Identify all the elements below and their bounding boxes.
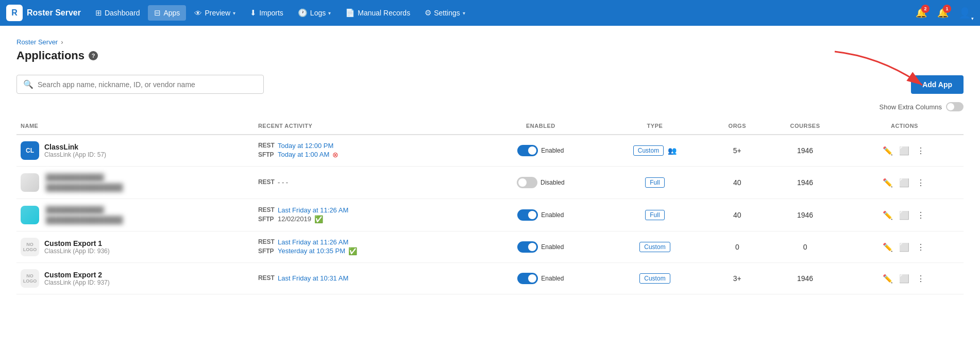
enabled-cell: Enabled (485, 145, 596, 156)
enabled-label: Enabled (541, 147, 564, 154)
copy-button[interactable]: ⬜ (897, 175, 911, 190)
app-name-cell: ████████████ ████████████████ (21, 205, 250, 225)
activity-row: SFTP 12/02/2019 ✅ (258, 215, 477, 223)
activity-label: REST (258, 206, 275, 213)
app-name-text: ClassLink ClassLink (App ID: 57) (44, 143, 106, 158)
type-cell: Custom (604, 242, 706, 252)
show-extra-columns-toggle[interactable] (946, 102, 964, 111)
app-logo[interactable]: R Roster Server (6, 5, 81, 21)
copy-button[interactable]: ⬜ (897, 271, 911, 286)
edit-button[interactable]: ✏️ (881, 175, 895, 190)
user-menu-button[interactable]: 👤 ▾ (955, 4, 974, 22)
nav-item-settings[interactable]: ⚙ Settings ▾ (418, 5, 471, 21)
edit-button[interactable]: ✏️ (881, 271, 895, 286)
col-name: NAME (16, 118, 254, 135)
nav-item-preview[interactable]: 👁 Preview ▾ (188, 6, 242, 21)
more-button[interactable]: ⋮ (914, 175, 928, 190)
nav-label-settings: Settings (434, 9, 460, 17)
edit-button[interactable]: ✏️ (881, 208, 895, 222)
org-type-icon: 👥 (668, 146, 677, 155)
copy-button[interactable]: ⬜ (897, 208, 911, 222)
enabled-cell: Enabled (485, 241, 596, 253)
table-header: NAME RECENT ACTIVITY ENABLED TYPE ORGS C… (16, 118, 964, 135)
settings-chevron-icon: ▾ (463, 10, 465, 16)
apps-icon: ⊟ (154, 8, 161, 18)
app-name-text: ████████████ ████████████████ (44, 173, 124, 192)
recent-activity: REST Today at 12:00 PM SFTP Today at 1:0… (258, 142, 477, 159)
search-input[interactable] (38, 80, 257, 89)
more-button[interactable]: ⋮ (914, 271, 928, 286)
recent-activity: REST - - - (258, 178, 477, 186)
table-row: ████████████ ████████████████ REST Last … (16, 199, 964, 232)
alerts-button[interactable]: 🔔 2 (912, 4, 931, 22)
breadcrumb-parent[interactable]: Roster Server (16, 38, 58, 46)
activity-row: REST - - - (258, 178, 477, 186)
nav-item-logs[interactable]: 🕐 Logs ▾ (292, 5, 337, 21)
app-name-text: Custom Export 1 ClassLink (App ID: 936) (44, 239, 110, 255)
type-badge: Full (645, 177, 664, 188)
app-sub: ████████████████ (44, 215, 124, 225)
courses-cell: 1946 (765, 167, 846, 199)
app-name: ████████████ (44, 173, 124, 183)
nav-label-apps: Apps (163, 9, 180, 17)
manual-records-icon: 📄 (345, 8, 355, 18)
nav-item-dashboard[interactable]: ⊞ Dashboard (89, 5, 146, 21)
enabled-toggle[interactable] (517, 273, 538, 284)
main-content: Roster Server › Applications ? 🔍 Add App (0, 26, 980, 346)
activity-time: Yesterday at 10:35 PM (278, 247, 345, 255)
settings-icon: ⚙ (425, 8, 431, 18)
app-name: ClassLink (44, 143, 106, 151)
page-title: Applications (16, 49, 85, 62)
type-cell: Full (604, 177, 706, 188)
more-button[interactable]: ⋮ (914, 240, 928, 254)
type-cell: Full (604, 210, 706, 220)
actions-cell: ✏️ ⬜ ⋮ (850, 208, 959, 222)
enabled-toggle[interactable] (517, 145, 538, 156)
search-box[interactable]: 🔍 (16, 75, 264, 94)
activity-row: REST Last Friday at 10:31 AM (258, 274, 477, 282)
copy-button[interactable]: ⬜ (897, 143, 911, 158)
notifications-button[interactable]: 🔔 1 (934, 4, 952, 22)
recent-activity: REST Last Friday at 10:31 AM (258, 274, 477, 282)
actions-cell: ✏️ ⬜ ⋮ (850, 143, 959, 158)
more-button[interactable]: ⋮ (914, 208, 928, 222)
preview-icon: 👁 (194, 9, 202, 18)
page-title-row: Applications ? (16, 49, 964, 62)
preview-chevron-icon: ▾ (233, 10, 235, 16)
activity-label: SFTP (258, 151, 275, 158)
orgs-cell: 40 (709, 167, 765, 199)
nav-label-manual-records: Manual Records (358, 9, 410, 17)
breadcrumb-separator: › (61, 38, 63, 46)
recent-activity: REST Last Friday at 11:26 AM SFTP 12/02/… (258, 206, 477, 223)
success-icon: ✅ (314, 215, 323, 223)
enabled-toggle[interactable] (517, 209, 538, 221)
col-orgs: ORGS (709, 118, 765, 135)
add-app-button[interactable]: Add App (911, 75, 964, 94)
activity-row: REST Last Friday at 11:26 AM (258, 206, 477, 214)
col-actions: ACTIONS (846, 118, 964, 135)
nav-label-imports: Imports (259, 9, 283, 17)
app-name-cell: NO LOGO Custom Export 2 ClassLink (App I… (21, 269, 250, 288)
courses-cell: 1946 (765, 263, 846, 294)
enabled-cell: Enabled (485, 273, 596, 284)
table-row: NO LOGO Custom Export 1 ClassLink (App I… (16, 232, 964, 263)
activity-time: - - - (278, 178, 288, 186)
edit-button[interactable]: ✏️ (881, 143, 895, 158)
nav-item-apps[interactable]: ⊟ Apps (148, 5, 186, 21)
nav-item-imports[interactable]: ⬇ Imports (244, 5, 290, 21)
app-name: ████████████ (44, 205, 124, 215)
show-extra-columns-label: Show Extra Columns (880, 103, 942, 111)
help-icon[interactable]: ? (89, 51, 98, 60)
copy-button[interactable]: ⬜ (897, 240, 911, 254)
notifications-badge: 1 (943, 5, 951, 13)
alerts-badge: 2 (921, 5, 930, 13)
edit-button[interactable]: ✏️ (881, 240, 895, 254)
activity-time: Last Friday at 11:26 AM (278, 206, 348, 214)
recent-activity: REST Last Friday at 11:26 AM SFTP Yester… (258, 238, 477, 255)
disabled-toggle[interactable] (517, 177, 537, 188)
activity-row: REST Last Friday at 11:26 AM (258, 238, 477, 246)
nav-item-manual-records[interactable]: 📄 Manual Records (339, 5, 416, 21)
more-button[interactable]: ⋮ (914, 143, 928, 158)
type-badge: Full (645, 210, 664, 220)
enabled-toggle[interactable] (517, 241, 538, 253)
